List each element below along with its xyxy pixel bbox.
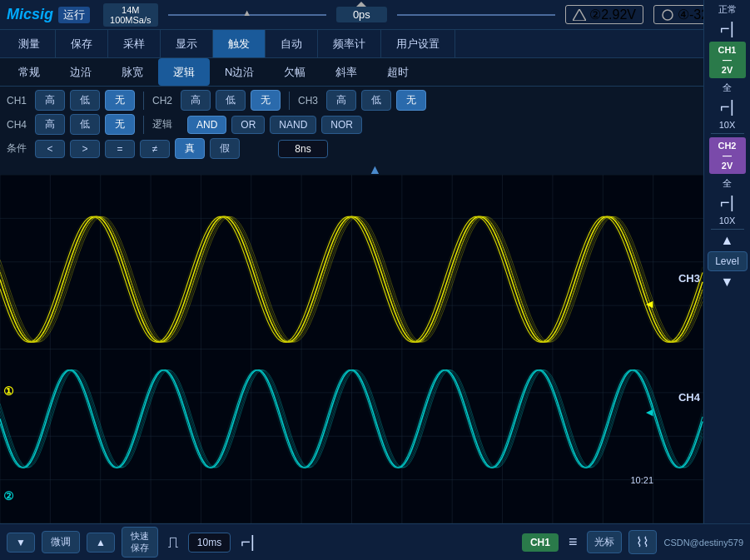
menu-save[interactable]: 保存: [56, 30, 108, 57]
cond-false-btn[interactable]: 假: [210, 138, 240, 159]
sub-menu-bar: 常规 边沿 脉宽 逻辑 N边沿 欠幅 斜率 超时: [0, 58, 750, 87]
sub-menu-timeout[interactable]: 超时: [372, 58, 424, 86]
header-info: 14M 100MSa/s ▲ 0ps ②2.92V ④-320mV: [103, 3, 743, 27]
menu-freq[interactable]: 频率计: [318, 30, 381, 57]
level-up-icon[interactable]: ▲: [721, 233, 734, 248]
pulse-icon-3: ⌐|: [720, 193, 734, 212]
time-display: 10:21: [630, 475, 653, 485]
ch2-full-label: 全: [723, 177, 732, 190]
menu-bars-icon[interactable]: ≡: [569, 533, 578, 551]
sub-menu-slope[interactable]: 斜率: [320, 58, 372, 86]
cond-true-btn[interactable]: 真: [175, 138, 205, 159]
marker-1: ①: [3, 384, 14, 398]
cond-gt-btn[interactable]: >: [70, 140, 100, 158]
single-pulse-icon: ⌐|: [241, 533, 255, 552]
sub-menu-pulse[interactable]: 脉宽: [107, 58, 158, 86]
ch3-arrow: ◄: [643, 297, 655, 310]
logic-nand-btn[interactable]: NAND: [270, 116, 316, 134]
menu-trigger[interactable]: 触发: [213, 30, 266, 57]
bottom-bar: ▼ 微调 ▲ 快速 保存 ⎍ 10ms ⌐| CH1 ≡ 光标 ⌇⌇ CSDN@…: [0, 523, 750, 560]
logo: Micsig: [7, 6, 53, 23]
ch1-high-btn[interactable]: 高: [35, 90, 65, 111]
sep1: [143, 92, 144, 110]
level-button[interactable]: Level: [708, 251, 748, 271]
cond-label: 条件: [7, 141, 30, 156]
ch4-none-btn[interactable]: 无: [105, 114, 135, 135]
sep2: [289, 92, 290, 110]
ch3-none-btn[interactable]: 无: [396, 90, 426, 111]
logic-label: 逻辑: [152, 117, 182, 131]
zoom-label-1: 10X: [719, 120, 736, 130]
header-bar: Micsig 运行 14M 100MSa/s ▲ 0ps ②2.92V ④-32…: [0, 0, 750, 30]
ch4-high-btn[interactable]: 高: [35, 114, 65, 135]
sep3: [143, 116, 144, 134]
fine-tune-btn[interactable]: 微调: [42, 531, 80, 553]
ch4-label-scope: CH4: [678, 391, 700, 404]
logic-nor-btn[interactable]: NOR: [321, 116, 362, 134]
control-row-1: CH1 高 低 无 CH2 高 低 无 CH3 高 低 无: [7, 90, 743, 111]
ch1-low-btn[interactable]: 低: [70, 90, 100, 111]
ch1-label: CH1: [7, 95, 30, 107]
ch3-label-scope: CH3: [678, 272, 700, 285]
ch3-high-btn[interactable]: 高: [326, 90, 356, 111]
ch2-none-btn[interactable]: 无: [251, 90, 281, 111]
ch2-high-btn[interactable]: 高: [181, 90, 211, 111]
ch4-low-btn[interactable]: 低: [70, 114, 100, 135]
scope-canvas: [0, 175, 703, 523]
menu-measure[interactable]: 测量: [3, 30, 56, 57]
logic-or-btn[interactable]: OR: [231, 116, 265, 134]
right-separator-1: [711, 133, 744, 134]
ch2-box[interactable]: CH2 —2V: [709, 137, 746, 174]
sample-rate: 14M 100MSa/s: [103, 3, 158, 27]
normal-label: 正常: [718, 3, 737, 16]
level-down-icon[interactable]: ▼: [721, 275, 734, 290]
pulse-icon-1: ⌐|: [720, 19, 734, 38]
sub-menu-n-edge[interactable]: N边沿: [210, 58, 269, 86]
ch2-low-btn[interactable]: 低: [216, 90, 246, 111]
ch1-none-btn[interactable]: 无: [105, 90, 135, 111]
cond-eq-btn[interactable]: =: [105, 140, 135, 158]
cond-lt-btn[interactable]: <: [35, 140, 65, 158]
menu-auto[interactable]: 自动: [266, 30, 318, 57]
right-separator-2: [711, 229, 744, 230]
ch4-arrow: ◄: [643, 405, 655, 419]
time-position[interactable]: 0ps: [336, 7, 387, 22]
scope-icon[interactable]: ⌇⌇: [628, 530, 657, 554]
ch1-box[interactable]: CH1 —2V: [709, 42, 746, 78]
control-area: CH1 高 低 无 CH2 高 低 无 CH3 高 低 无 CH4 高 低 无 …: [0, 87, 750, 181]
trig-voltage: ②2.92V: [565, 5, 643, 24]
control-row-2: CH4 高 低 无 逻辑 AND OR NAND NOR: [7, 114, 743, 135]
zoom-label-2: 10X: [719, 216, 736, 225]
main-menu-bar: 测量 保存 采样 显示 触发 自动 频率计 用户设置: [0, 30, 750, 58]
sub-menu-edge[interactable]: 边沿: [55, 58, 107, 86]
control-row-3: 条件 < > = ≠ 真 假 8ns: [7, 138, 743, 159]
ch4-label: CH4: [7, 119, 30, 131]
marker-2: ②: [3, 489, 14, 503]
pulse-wave-icon: ⎍: [168, 533, 178, 552]
increase-btn[interactable]: ▲: [87, 533, 115, 553]
quick-save-btn[interactable]: 快速 保存: [122, 527, 158, 557]
time-input[interactable]: 8ns: [278, 140, 328, 158]
decrease-btn[interactable]: ▼: [7, 533, 35, 553]
cursor-btn[interactable]: 光标: [587, 531, 622, 553]
menu-sample[interactable]: 采样: [108, 30, 161, 57]
cond-neq-btn[interactable]: ≠: [140, 140, 170, 158]
scope-display: CH3 CH4 ① ② ◄ ◄ 10:21: [0, 175, 703, 523]
ch1-badge[interactable]: CH1: [522, 533, 559, 552]
ch3-low-btn[interactable]: 低: [361, 90, 391, 111]
svg-point-1: [663, 10, 673, 20]
ch1-full-label: 全: [723, 82, 732, 94]
running-badge: 运行: [58, 7, 90, 23]
logic-and-btn[interactable]: AND: [187, 116, 226, 134]
sub-menu-under-amp[interactable]: 欠幅: [269, 58, 320, 86]
watermark: CSDN@destiny579: [663, 538, 743, 548]
ch2-label: CH2: [152, 95, 176, 107]
menu-user-settings[interactable]: 用户设置: [381, 30, 455, 57]
pulse-icon-2: ⌐|: [720, 97, 734, 116]
sub-menu-logic[interactable]: 逻辑: [158, 58, 210, 86]
ch3-label: CH3: [298, 95, 321, 107]
time-value[interactable]: 10ms: [188, 533, 231, 553]
sub-menu-normal[interactable]: 常规: [3, 58, 55, 86]
right-panel: 正常 ⌐| CH1 —2V 全 ⌐| 10X CH2 —2V 全 ⌐| 10X …: [703, 0, 750, 560]
menu-display[interactable]: 显示: [161, 30, 213, 57]
